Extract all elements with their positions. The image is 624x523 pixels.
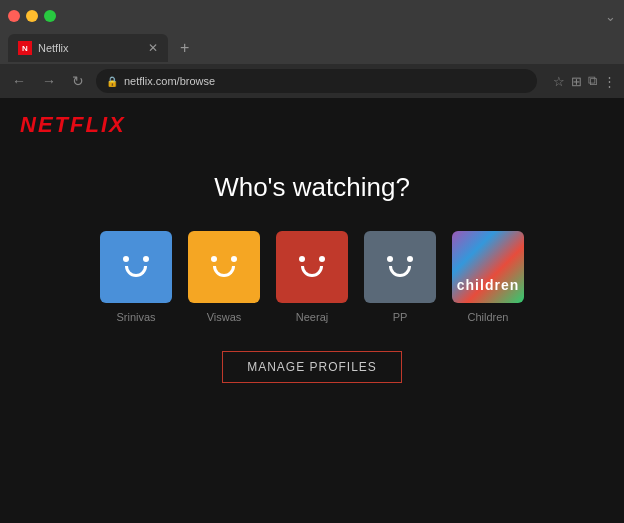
profile-children[interactable]: children Children	[452, 231, 524, 323]
mouth-container	[375, 266, 425, 277]
face-srinivas	[111, 242, 161, 292]
eye-right	[319, 256, 325, 262]
lock-icon: 🔒	[106, 76, 118, 87]
manage-profiles-button[interactable]: Manage Profiles	[222, 351, 402, 383]
address-text: netflix.com/browse	[124, 75, 215, 87]
mouth	[125, 266, 147, 277]
bookmark-icon[interactable]: ☆	[553, 74, 565, 89]
mouth	[389, 266, 411, 277]
eyes-neeraj	[287, 242, 337, 262]
whos-watching-section: Who's watching? Srinivas	[100, 172, 524, 383]
menu-icon[interactable]: ⋮	[603, 74, 616, 89]
eye-left	[123, 256, 129, 262]
profile-icon[interactable]: ⧉	[588, 73, 597, 89]
tab-bar: N Netflix ✕ +	[0, 32, 624, 64]
avatar-children: children	[452, 231, 524, 303]
eyes-viswas	[199, 242, 249, 262]
page-content: NETFLIX Who's watching?	[0, 98, 624, 523]
avatar-viswas	[188, 231, 260, 303]
close-button[interactable]	[8, 10, 20, 22]
new-tab-button[interactable]: +	[174, 39, 195, 57]
mouth	[301, 266, 323, 277]
forward-button[interactable]: →	[38, 71, 60, 91]
profile-viswas[interactable]: Viswas	[188, 231, 260, 323]
eye-right	[231, 256, 237, 262]
avatar-pp	[364, 231, 436, 303]
face-viswas	[199, 242, 249, 292]
eye-left	[387, 256, 393, 262]
mouth-container	[287, 266, 337, 277]
whos-watching-title: Who's watching?	[214, 172, 410, 203]
profiles-row: Srinivas Viswas	[100, 231, 524, 323]
eyes-srinivas	[111, 242, 161, 262]
eye-left	[211, 256, 217, 262]
profile-neeraj[interactable]: Neeraj	[276, 231, 348, 323]
face-pp	[375, 242, 425, 292]
extensions-icon[interactable]: ⊞	[571, 74, 582, 89]
netflix-header: NETFLIX	[0, 98, 624, 152]
minimize-button[interactable]	[26, 10, 38, 22]
back-button[interactable]: ←	[8, 71, 30, 91]
tab-title: Netflix	[38, 42, 69, 54]
address-input[interactable]: 🔒 netflix.com/browse	[96, 69, 537, 93]
title-bar: ⌄	[0, 0, 624, 32]
traffic-lights	[8, 10, 56, 22]
refresh-button[interactable]: ↻	[68, 71, 88, 91]
eyes-pp	[375, 242, 425, 262]
profile-srinivas[interactable]: Srinivas	[100, 231, 172, 323]
avatar-neeraj	[276, 231, 348, 303]
browser-actions: ☆ ⊞ ⧉ ⋮	[553, 73, 616, 89]
profile-name-neeraj: Neeraj	[296, 311, 328, 323]
profile-pp[interactable]: PP	[364, 231, 436, 323]
address-bar: ← → ↻ 🔒 netflix.com/browse ☆ ⊞ ⧉ ⋮	[0, 64, 624, 98]
overflow-icon[interactable]: ⌄	[605, 9, 616, 24]
eye-left	[299, 256, 305, 262]
mouth	[213, 266, 235, 277]
eye-right	[407, 256, 413, 262]
profile-name-srinivas: Srinivas	[116, 311, 155, 323]
tab-favicon: N	[18, 41, 32, 55]
netflix-tab[interactable]: N Netflix ✕	[8, 34, 168, 62]
face-neeraj	[287, 242, 337, 292]
avatar-srinivas	[100, 231, 172, 303]
profile-name-viswas: Viswas	[207, 311, 242, 323]
browser-chrome: ⌄ N Netflix ✕ + ← → ↻ 🔒 netflix.com/brow…	[0, 0, 624, 98]
profile-name-children: Children	[468, 311, 509, 323]
mouth-container	[199, 266, 249, 277]
tab-close-icon[interactable]: ✕	[148, 41, 158, 55]
children-avatar-text: children	[452, 277, 524, 293]
mouth-container	[111, 266, 161, 277]
maximize-button[interactable]	[44, 10, 56, 22]
netflix-logo: NETFLIX	[20, 112, 604, 138]
profile-name-pp: PP	[393, 311, 408, 323]
eye-right	[143, 256, 149, 262]
